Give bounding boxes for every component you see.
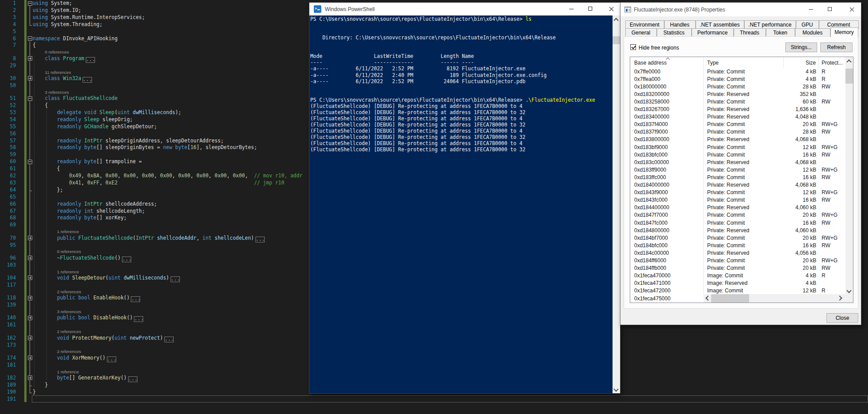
codelens-label[interactable]: 0 references [45,49,69,55]
tab--net-assemblies[interactable]: .NET assemblies [696,20,744,29]
table-row[interactable]: 0xd183200000Private: Reserved352 kB [630,91,853,98]
table-row[interactable]: 0xd183bfc000Private: Commit16 kBRW [630,151,853,159]
tab-threads[interactable]: Threads [734,28,766,37]
refresh-button[interactable]: Refresh [820,42,853,52]
codelens-label[interactable]: 1 reference [57,369,79,375]
table-row[interactable]: 0x1feca470000Image: Commit4 kBR [630,272,853,280]
table-row[interactable]: 0xd184000000Private: Reserved4,068 kB [630,181,853,189]
scroll-down-icon[interactable] [847,289,851,292]
table-row[interactable]: 0xd1837f4000Private: Commit20 kBRW+G [630,121,853,128]
table-row[interactable]: 0xd1843fc000Private: Commit16 kBRW [630,196,853,204]
fold-expand-icon[interactable] [28,256,32,260]
fold-expand-icon[interactable] [28,316,32,320]
fold-expand-icon[interactable] [28,356,32,360]
close-button[interactable] [841,3,861,16]
scrollbar-thumb[interactable] [845,69,853,84]
properties-titlebar[interactable]: FluctuateInjector.exe (8748) Properties [621,3,861,16]
table-row[interactable]: 0xd1847fc000Private: Commit16 kBRW [630,219,853,227]
tab-environment[interactable]: Environment [625,20,664,29]
table-horizontal-scrollbar[interactable] [704,294,853,303]
strings-button[interactable]: Strings... [785,42,817,52]
table-row[interactable]: 0xd184ff6000Private: Commit20 kBRW+G [630,257,853,264]
powershell-titlebar[interactable]: > Windows PowerShell [309,3,620,15]
fold-collapse-icon[interactable] [28,96,32,101]
codelens-label[interactable]: 3 references [45,89,69,95]
column-divider[interactable] [783,57,784,68]
scroll-right-icon[interactable] [838,296,841,300]
table-row[interactable]: 0x7ffe0000Private: Commit4 kBR [630,68,853,76]
tab-gpu[interactable]: GPU [796,20,819,29]
table-row[interactable]: 0xd183bf9000Private: Commit12 kBRW+G [630,144,853,151]
codelens-label[interactable]: 2 references [57,289,81,295]
tab-modules[interactable]: Modules [795,28,830,37]
scroll-down-icon[interactable] [614,387,618,391]
table-row[interactable]: 0xd183ffc000Private: Commit16 kBRW [630,174,853,181]
fold-expand-icon[interactable] [28,76,32,80]
maximize-button[interactable] [580,3,601,15]
table-row[interactable]: 0xd184800000Private: Reserved4,060 kB [630,227,853,234]
column-header-base-address[interactable]: Base address [634,60,666,66]
tab-statistics[interactable]: Statistics [657,28,692,37]
table-row[interactable]: 0xd184c00000Private: Reserved4,056 kB [630,249,853,257]
codelens-label[interactable]: 2 references [57,349,81,354]
scroll-up-icon[interactable] [614,19,618,22]
close-button[interactable] [601,3,621,15]
codelens-label[interactable]: 3 references [57,309,81,314]
hide-free-regions-checkbox[interactable] [630,44,636,50]
table-row[interactable]: 0xd184ffb000Private: Commit20 kBRW [630,264,853,272]
table-row[interactable]: 0x1feca471000Image: Reserved4 kB [630,280,853,287]
table-row[interactable]: 0xd184bfc000Private: Commit16 kBRW [630,242,853,249]
table-row[interactable]: 0xd1847f7000Private: Commit20 kBRW+G [630,211,853,219]
maximize-button[interactable] [820,3,840,16]
table-row[interactable]: 0xd183400000Private: Reserved4,048 kB [630,113,853,121]
console-text: (FluctuateShellcode) [DEBUG] Re-protecti… [310,122,525,128]
column-header-type[interactable]: Type [707,60,719,66]
line-number: 140 [0,314,16,322]
powershell-scrollbar[interactable] [613,15,620,393]
scrollbar-thumb[interactable] [613,36,620,44]
tab-token[interactable]: Token [766,28,795,37]
column-header-size[interactable]: Size [797,60,816,66]
table-row[interactable]: 0xd183800000Private: Reserved4,068 kB [630,136,853,143]
column-header-protection[interactable]: Protect... [822,60,843,66]
fold-collapse-icon[interactable] [28,1,32,6]
column-divider[interactable] [819,57,819,68]
tab-performance[interactable]: Performance [692,28,734,37]
codelens-label[interactable]: 11 references [45,69,71,75]
powershell-console[interactable]: PS C:\Users\snovvcrash\source\repos\Fluc… [309,15,620,393]
codelens-label[interactable]: 1 reference [57,229,79,234]
scroll-left-icon[interactable] [706,296,710,300]
table-row[interactable]: 0xd184400000Private: Reserved4,060 kB [630,204,853,211]
fold-collapse-icon[interactable] [28,160,32,164]
table-row[interactable]: 0x7ffea000Private: Commit4 kBR [630,76,853,83]
tab-memory[interactable]: Memory [830,27,858,37]
fold-expand-icon[interactable] [28,276,32,280]
table-row[interactable]: 0xd183ff9000Private: Commit12 kBRW+G [630,166,853,174]
tab--net-performance[interactable]: .NET performance [744,20,796,29]
table-vertical-scrollbar[interactable] [845,57,853,294]
tab-general[interactable]: General [625,28,657,37]
table-row[interactable]: 0xd184bf7000Private: Commit20 kBRW+G [630,234,853,242]
fold-expand-icon[interactable] [28,296,32,300]
fold-expand-icon[interactable] [28,236,32,240]
table-row[interactable]: 0xd183258000Private: Commit60 kBRW [630,98,853,106]
fold-expand-icon[interactable] [28,336,32,340]
table-row[interactable]: 0x1feca472000Image: Commit12 kBR [630,287,853,295]
scrollbar-thumb[interactable] [711,294,749,303]
tab-handles[interactable]: Handles [664,20,696,29]
fold-expand-icon[interactable] [28,56,32,61]
codelens-label[interactable]: 0 references [57,249,81,254]
minimize-button[interactable] [801,3,821,16]
minimize-button[interactable] [561,3,582,15]
codelens-label[interactable]: 2 references [57,329,81,334]
fold-expand-icon[interactable] [28,376,32,380]
table-row[interactable]: 0xd183c00000Private: Reserved4,068 kB [630,159,853,166]
table-row[interactable]: 0xd183267000Private: Reserved1,636 kB [630,106,853,113]
scroll-up-icon[interactable] [847,60,851,64]
table-row[interactable]: 0xd1837f9000Private: Commit28 kBRW [630,128,853,136]
close-button[interactable]: Close [826,313,858,323]
table-row[interactable]: 0x180000000Private: Commit28 kBRW [630,83,853,91]
table-row[interactable]: 0xd1843f9000Private: Commit12 kBRW+G [630,189,853,196]
codelens-label[interactable]: 1 reference [57,269,79,275]
fold-collapse-icon[interactable] [28,36,32,41]
